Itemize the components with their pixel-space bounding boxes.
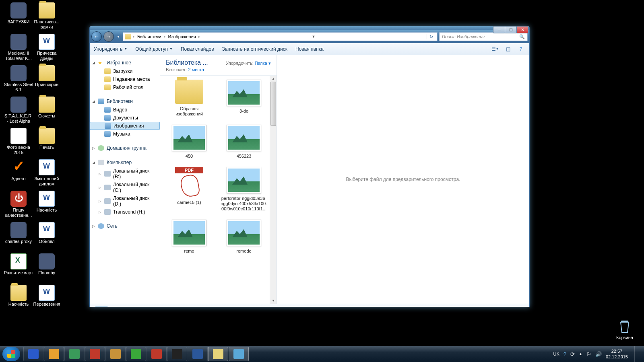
file-item[interactable]: remo (166, 220, 213, 254)
help-tray-icon[interactable]: ? (564, 351, 566, 357)
sidebar-favorites-head[interactable]: ◢★Избранное (90, 58, 160, 67)
new-folder-button[interactable]: Новая папка (295, 46, 324, 52)
taskbar-app-ccleaner[interactable] (85, 347, 105, 361)
file-item[interactable]: 456223 (221, 125, 267, 159)
sidebar-item[interactable]: ▷Локальный диск (C:) (90, 181, 160, 194)
chevron-right-icon[interactable]: ▸ (133, 35, 135, 39)
sidebar-computer-head[interactable]: ◢Компьютер (90, 158, 160, 167)
taskbar-app-font[interactable] (167, 347, 187, 361)
taskbar-app-app5[interactable] (105, 347, 126, 361)
scrollbar[interactable]: ▲ ▼ (270, 76, 277, 304)
includes-link[interactable]: 2 места (188, 67, 204, 72)
desktop-icon[interactable]: Пишу качественн... (3, 191, 34, 218)
chevron-right-icon[interactable]: ▸ (198, 35, 200, 39)
sidebar-item[interactable]: Изображения (90, 122, 160, 130)
organize-button[interactable]: Упорядочить▼ (94, 46, 127, 52)
file-item[interactable]: carme15 (1) (166, 167, 213, 212)
sidebar-item[interactable]: Рабочий стол (90, 83, 160, 91)
slideshow-button[interactable]: Показ слайдов (181, 46, 214, 52)
desktop-icon-label: Зміст новий диплом (31, 176, 62, 187)
taskbar-app-photos[interactable] (229, 347, 249, 361)
sidebar-item[interactable]: ▷Локальный диск (B:) (90, 167, 160, 181)
desktop-icon[interactable]: Floomby (31, 253, 62, 276)
desktop-icon[interactable]: Объявл (31, 222, 62, 244)
sidebar-network[interactable]: ▷Сеть (90, 222, 160, 230)
minimize-button[interactable] (493, 26, 505, 33)
desktop-icon[interactable]: Причёска дреды (31, 34, 62, 61)
address-dropdown[interactable]: ▼ (312, 35, 315, 39)
desktop-icon[interactable]: charles-proxy (3, 222, 34, 244)
file-item[interactable]: perforator-nggid03936-ngg0dyn-400x533x10… (221, 167, 267, 212)
sidebar-item[interactable]: Видео (90, 106, 160, 114)
sidebar-item[interactable]: ▷Локальный диск (D:) (90, 194, 160, 208)
file-list[interactable]: Образцы изображений3-do450456223carme15 … (160, 76, 277, 295)
help-button[interactable]: ? (516, 45, 525, 53)
chevron-right-icon[interactable]: ▸ (164, 35, 166, 39)
taskbar-app-aimp[interactable] (44, 347, 64, 361)
desktop-icon[interactable]: Фото весна 2015 (3, 128, 34, 155)
sidebar-item[interactable]: Загрузки (90, 67, 160, 75)
scroll-thumb[interactable] (270, 82, 276, 126)
show-desktop-button[interactable] (634, 346, 639, 362)
pdf-thumbnail (175, 167, 203, 197)
preview-pane-button[interactable]: ◫ (504, 45, 512, 53)
back-button[interactable]: ← (91, 31, 102, 42)
taskbar-app-opera[interactable] (147, 347, 167, 361)
titlebar[interactable] (90, 26, 529, 30)
file-item[interactable]: 3-do (221, 80, 267, 117)
desktop-icon[interactable]: Печать (31, 128, 62, 150)
sidebar-libraries-head[interactable]: ◢Библиотеки (90, 97, 160, 106)
desktop-icon[interactable]: Прин скрин (31, 65, 62, 87)
language-indicator[interactable]: UK (553, 352, 559, 356)
desktop-icon[interactable]: Stainless Steel 6.1 (3, 65, 34, 93)
taskbar-app-explorer[interactable] (208, 347, 228, 361)
tray-chevron-icon[interactable]: ▲ (579, 352, 582, 356)
sidebar-item[interactable]: Музыка (90, 130, 160, 138)
desktop-icon[interactable]: Развитие карт (3, 253, 34, 276)
scroll-up-icon[interactable]: ▲ (270, 76, 277, 82)
scroll-down-icon[interactable]: ▼ (270, 298, 277, 304)
clock[interactable]: 22:57 02.12.2015 (606, 348, 628, 360)
flag-icon[interactable]: ⚐ (586, 351, 591, 357)
file-item[interactable]: 450 (166, 125, 213, 159)
breadcrumb-seg-1[interactable]: Изображения (167, 34, 197, 39)
close-button[interactable] (516, 26, 528, 33)
view-mode-button[interactable]: ☰ ▼ (491, 45, 500, 53)
sort-dropdown[interactable]: Папка ▾ (255, 61, 271, 66)
desktop-icon[interactable]: Наочність (31, 191, 62, 213)
desktop-icon[interactable]: Medieval II Total War K... (3, 34, 34, 61)
word-icon (39, 285, 55, 301)
file-name: 3-do (221, 109, 267, 114)
desktop-icon[interactable]: Пластиков... рамки (31, 2, 62, 30)
taskbar-app-utorrent[interactable] (126, 347, 146, 361)
taskbar-app-browser[interactable] (64, 347, 85, 361)
desktop-icon[interactable]: S.T.A.L.K.E.R. - Lost Alpha (3, 97, 34, 124)
file-item[interactable]: Образцы изображений (166, 80, 213, 117)
breadcrumb-seg-0[interactable]: Библиотеки (136, 34, 162, 39)
taskbar-app-xp[interactable] (23, 347, 43, 361)
search-input[interactable]: Поиск: Изображения 🔍 (439, 32, 528, 41)
burn-button[interactable]: Записать на оптический диск (222, 46, 288, 52)
desktop-icon[interactable]: Перевезення (31, 285, 62, 307)
taskbar-app-word[interactable] (188, 347, 208, 361)
share-button[interactable]: Общий доступ▼ (135, 46, 173, 52)
maximize-button[interactable] (505, 26, 517, 33)
sidebar-item[interactable]: Документы (90, 114, 160, 122)
history-dropdown[interactable]: ▼ (116, 35, 121, 39)
desktop-icon[interactable]: Сюжеты (31, 97, 62, 119)
desktop-icon[interactable]: Наочність (3, 285, 34, 307)
desktop-icon[interactable]: ЗАГРУЗКИ (3, 2, 34, 25)
desktop-icon[interactable]: Зміст новий диплом (31, 159, 62, 187)
sidebar-item[interactable]: ▷Transcend (H:) (90, 208, 160, 216)
recycle-bin[interactable]: Корзина (609, 318, 640, 340)
tray-icon[interactable]: ⟳ (570, 351, 575, 357)
refresh-button[interactable]: ↻ (427, 34, 436, 39)
forward-button[interactable]: → (103, 31, 114, 42)
desktop-icon[interactable]: Адвего (3, 159, 34, 181)
address-bar[interactable]: ▸ Библиотеки ▸ Изображения ▸ ▼ ↻ (123, 32, 438, 41)
sidebar-item[interactable]: Недавние места (90, 75, 160, 83)
sidebar-homegroup[interactable]: ▷Домашняя группа (90, 144, 160, 152)
file-item[interactable]: remodo (221, 220, 267, 254)
volume-icon[interactable]: 🔊 (595, 351, 602, 357)
start-button[interactable] (2, 347, 20, 361)
